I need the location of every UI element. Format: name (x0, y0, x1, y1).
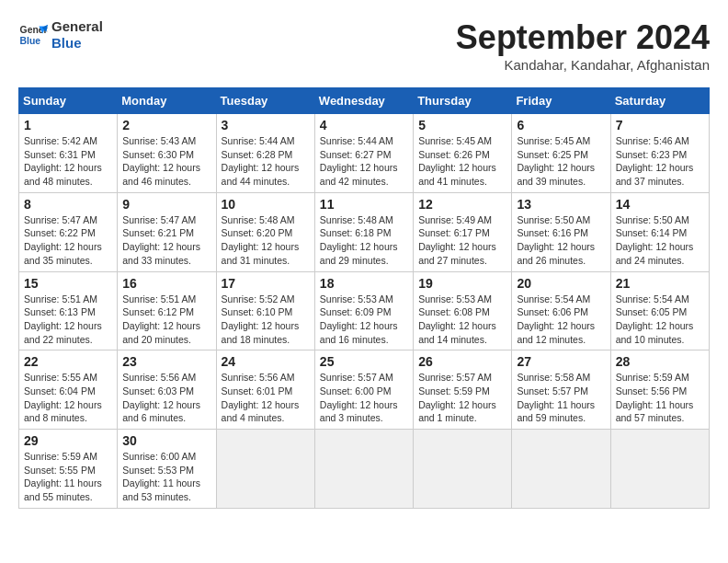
day-cell-7: 7Sunrise: 5:46 AMSunset: 6:23 PMDaylight… (610, 114, 709, 193)
day-number: 8 (24, 197, 112, 212)
day-cell-18: 18Sunrise: 5:53 AMSunset: 6:09 PMDayligh… (314, 271, 413, 350)
empty-cell (216, 430, 314, 509)
day-number: 1 (24, 118, 112, 132)
day-number: 25 (320, 354, 408, 369)
day-info: Sunrise: 6:00 AMSunset: 5:53 PMDaylight:… (122, 450, 210, 504)
day-number: 28 (616, 354, 704, 369)
day-cell-12: 12Sunrise: 5:49 AMSunset: 6:17 PMDayligh… (414, 192, 512, 271)
day-number: 15 (24, 276, 112, 291)
title-section: September 2024 Kandahar, Kandahar, Afgha… (456, 18, 710, 73)
header: General Blue General Blue September 2024… (18, 18, 710, 73)
logo: General Blue General Blue (18, 18, 103, 52)
day-number: 6 (517, 118, 605, 132)
day-info: Sunrise: 5:56 AMSunset: 6:01 PMDaylight:… (222, 371, 310, 425)
day-cell-9: 9Sunrise: 5:47 AMSunset: 6:21 PMDaylight… (118, 192, 216, 271)
day-number: 20 (517, 276, 605, 291)
calendar-week-row: 29Sunrise: 5:59 AMSunset: 5:55 PMDayligh… (19, 430, 710, 509)
day-cell-17: 17Sunrise: 5:52 AMSunset: 6:10 PMDayligh… (216, 271, 314, 350)
day-cell-19: 19Sunrise: 5:53 AMSunset: 6:08 PMDayligh… (414, 271, 512, 350)
day-number: 27 (517, 354, 605, 369)
day-number: 7 (616, 118, 704, 132)
day-number: 17 (222, 276, 310, 291)
day-info: Sunrise: 5:50 AMSunset: 6:14 PMDaylight:… (616, 213, 704, 268)
day-cell-4: 4Sunrise: 5:44 AMSunset: 6:27 PMDaylight… (314, 114, 413, 193)
weekday-header-sunday: Sunday (19, 88, 118, 114)
logo-text: General Blue (51, 18, 103, 52)
day-cell-13: 13Sunrise: 5:50 AMSunset: 6:16 PMDayligh… (512, 192, 610, 271)
day-number: 13 (517, 197, 605, 212)
weekday-header-saturday: Saturday (610, 88, 709, 114)
day-info: Sunrise: 5:47 AMSunset: 6:22 PMDaylight:… (24, 213, 112, 268)
day-number: 4 (320, 118, 408, 132)
calendar-week-row: 8Sunrise: 5:47 AMSunset: 6:22 PMDaylight… (19, 192, 710, 271)
day-number: 2 (122, 118, 210, 132)
calendar-table: SundayMondayTuesdayWednesdayThursdayFrid… (18, 87, 710, 509)
day-cell-29: 29Sunrise: 5:59 AMSunset: 5:55 PMDayligh… (19, 430, 118, 509)
day-info: Sunrise: 5:46 AMSunset: 6:23 PMDaylight:… (616, 134, 704, 189)
day-cell-20: 20Sunrise: 5:54 AMSunset: 6:06 PMDayligh… (512, 271, 610, 350)
day-info: Sunrise: 5:57 AMSunset: 5:59 PMDaylight:… (418, 371, 506, 425)
day-number: 30 (122, 433, 210, 448)
day-number: 18 (320, 276, 408, 291)
day-info: Sunrise: 5:52 AMSunset: 6:10 PMDaylight:… (222, 293, 310, 347)
day-info: Sunrise: 5:57 AMSunset: 6:00 PMDaylight:… (320, 371, 408, 425)
day-number: 11 (320, 197, 408, 212)
day-cell-3: 3Sunrise: 5:44 AMSunset: 6:28 PMDaylight… (216, 114, 314, 193)
calendar-week-row: 22Sunrise: 5:55 AMSunset: 6:04 PMDayligh… (19, 350, 710, 430)
empty-cell (314, 430, 413, 509)
day-number: 26 (418, 354, 506, 369)
day-cell-15: 15Sunrise: 5:51 AMSunset: 6:13 PMDayligh… (19, 271, 118, 350)
day-cell-1: 1Sunrise: 5:42 AMSunset: 6:31 PMDaylight… (19, 114, 118, 193)
day-number: 10 (222, 197, 310, 212)
day-cell-28: 28Sunrise: 5:59 AMSunset: 5:56 PMDayligh… (610, 350, 709, 430)
day-number: 16 (122, 276, 210, 291)
weekday-header-thursday: Thursday (414, 88, 512, 114)
day-number: 24 (222, 354, 310, 369)
day-info: Sunrise: 5:47 AMSunset: 6:21 PMDaylight:… (122, 213, 210, 268)
empty-cell (610, 430, 709, 509)
svg-text:Blue: Blue (20, 36, 41, 46)
calendar-week-row: 1Sunrise: 5:42 AMSunset: 6:31 PMDaylight… (19, 114, 710, 193)
day-cell-14: 14Sunrise: 5:50 AMSunset: 6:14 PMDayligh… (610, 192, 709, 271)
day-cell-5: 5Sunrise: 5:45 AMSunset: 6:26 PMDaylight… (414, 114, 512, 193)
day-info: Sunrise: 5:59 AMSunset: 5:55 PMDaylight:… (24, 450, 112, 504)
weekday-header-tuesday: Tuesday (216, 88, 314, 114)
day-cell-8: 8Sunrise: 5:47 AMSunset: 6:22 PMDaylight… (19, 192, 118, 271)
day-cell-11: 11Sunrise: 5:48 AMSunset: 6:18 PMDayligh… (314, 192, 413, 271)
day-cell-2: 2Sunrise: 5:43 AMSunset: 6:30 PMDaylight… (118, 114, 216, 193)
day-info: Sunrise: 5:56 AMSunset: 6:03 PMDaylight:… (122, 371, 210, 425)
day-cell-23: 23Sunrise: 5:56 AMSunset: 6:03 PMDayligh… (118, 350, 216, 430)
weekday-header-friday: Friday (512, 88, 610, 114)
day-cell-25: 25Sunrise: 5:57 AMSunset: 6:00 PMDayligh… (314, 350, 413, 430)
day-info: Sunrise: 5:43 AMSunset: 6:30 PMDaylight:… (122, 134, 210, 189)
day-cell-10: 10Sunrise: 5:48 AMSunset: 6:20 PMDayligh… (216, 192, 314, 271)
day-info: Sunrise: 5:59 AMSunset: 5:56 PMDaylight:… (616, 371, 704, 425)
day-cell-24: 24Sunrise: 5:56 AMSunset: 6:01 PMDayligh… (216, 350, 314, 430)
day-info: Sunrise: 5:54 AMSunset: 6:06 PMDaylight:… (517, 293, 605, 347)
empty-cell (414, 430, 512, 509)
calendar-subtitle: Kandahar, Kandahar, Afghanistan (456, 57, 710, 73)
day-info: Sunrise: 5:49 AMSunset: 6:17 PMDaylight:… (418, 213, 506, 268)
day-number: 14 (616, 197, 704, 212)
day-cell-16: 16Sunrise: 5:51 AMSunset: 6:12 PMDayligh… (118, 271, 216, 350)
calendar-week-row: 15Sunrise: 5:51 AMSunset: 6:13 PMDayligh… (19, 271, 710, 350)
day-info: Sunrise: 5:42 AMSunset: 6:31 PMDaylight:… (24, 134, 112, 189)
day-info: Sunrise: 5:53 AMSunset: 6:09 PMDaylight:… (320, 293, 408, 347)
day-number: 5 (418, 118, 506, 132)
day-cell-30: 30Sunrise: 6:00 AMSunset: 5:53 PMDayligh… (118, 430, 216, 509)
calendar-title: September 2024 (456, 18, 710, 57)
day-number: 21 (616, 276, 704, 291)
day-info: Sunrise: 5:54 AMSunset: 6:05 PMDaylight:… (616, 293, 704, 347)
weekday-header-row: SundayMondayTuesdayWednesdayThursdayFrid… (19, 88, 710, 114)
logo-icon: General Blue (18, 20, 48, 50)
day-number: 22 (24, 354, 112, 369)
day-info: Sunrise: 5:51 AMSunset: 6:12 PMDaylight:… (122, 293, 210, 347)
day-number: 19 (418, 276, 506, 291)
day-number: 23 (122, 354, 210, 369)
day-info: Sunrise: 5:51 AMSunset: 6:13 PMDaylight:… (24, 293, 112, 347)
day-number: 3 (222, 118, 310, 132)
day-info: Sunrise: 5:58 AMSunset: 5:57 PMDaylight:… (517, 371, 605, 425)
day-info: Sunrise: 5:55 AMSunset: 6:04 PMDaylight:… (24, 371, 112, 425)
weekday-header-monday: Monday (118, 88, 216, 114)
day-cell-22: 22Sunrise: 5:55 AMSunset: 6:04 PMDayligh… (19, 350, 118, 430)
